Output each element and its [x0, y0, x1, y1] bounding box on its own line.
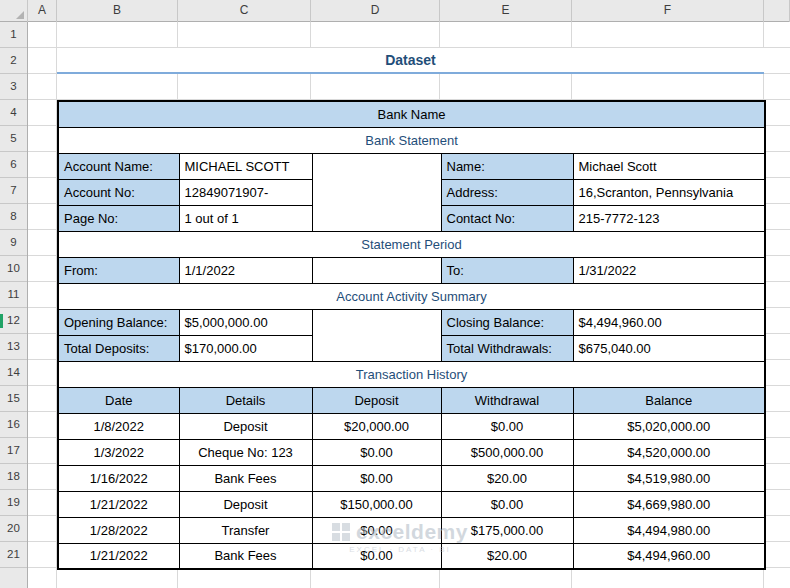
cell-total-deposits-label[interactable]: Total Deposits: [58, 335, 179, 361]
cell-to-label[interactable]: To: [441, 257, 573, 283]
cell-closing-balance-label[interactable]: Closing Balance: [441, 309, 573, 335]
cell-withdrawal[interactable]: $20.00 [441, 465, 573, 491]
section-account-activity-summary[interactable]: Account Activity Summary [58, 283, 765, 309]
cell-closing-balance-value[interactable]: $4,494,960.00 [573, 309, 765, 335]
cell-account-no-value[interactable]: 12849071907- [179, 179, 312, 205]
cell-to-value[interactable]: 1/31/2022 [573, 257, 765, 283]
cell-page-no-value[interactable]: 1 out of 1 [179, 205, 312, 231]
row-header-20[interactable]: 20 [0, 516, 27, 542]
cell-date[interactable]: 1/16/2022 [58, 465, 179, 491]
cell-from-value[interactable]: 1/1/2022 [179, 257, 312, 283]
cell-withdrawal[interactable]: $175,000.00 [441, 517, 573, 543]
cell-balance[interactable]: $4,494,960.00 [573, 543, 765, 569]
column-header-partial[interactable] [764, 0, 790, 22]
row-header-10[interactable]: 10 [0, 256, 27, 282]
cell-address-value[interactable]: 16,Scranton, Pennsylvania [573, 179, 765, 205]
cell-account-no-label[interactable]: Account No: [58, 179, 179, 205]
cell-details[interactable]: Deposit [179, 413, 312, 439]
cell-account-name-label[interactable]: Account Name: [58, 153, 179, 179]
cell-balance[interactable]: $5,020,000.00 [573, 413, 765, 439]
row-header-6[interactable]: 6 [0, 152, 27, 178]
column-header-c[interactable]: C [178, 0, 311, 22]
column-header-d[interactable]: D [311, 0, 440, 22]
row-header-2[interactable]: 2 [0, 48, 27, 74]
section-transaction-history[interactable]: Transaction History [58, 361, 765, 387]
cell-holder-name-value[interactable]: Michael Scott [573, 153, 765, 179]
column-header-b[interactable]: B [57, 0, 178, 22]
cell-deposit[interactable]: $0.00 [312, 517, 441, 543]
history-header-balance[interactable]: Balance [573, 387, 765, 413]
row-header-1[interactable]: 1 [0, 22, 27, 48]
row-header-18[interactable]: 18 [0, 464, 27, 490]
cell-deposit[interactable]: $0.00 [312, 543, 441, 569]
cell-empty-gap-3[interactable] [312, 309, 441, 361]
cell-withdrawal[interactable]: $20.00 [441, 543, 573, 569]
cell-details[interactable]: Bank Fees [179, 543, 312, 569]
row-header-13[interactable]: 13 [0, 334, 27, 360]
transaction-row: 1/21/2022 Bank Fees $0.00 $20.00 $4,494,… [58, 543, 765, 569]
cell-details[interactable]: Deposit [179, 491, 312, 517]
cell-contact-no-value[interactable]: 215-7772-123 [573, 205, 765, 231]
cell-withdrawal[interactable]: $0.00 [441, 413, 573, 439]
cell-bank-name[interactable]: Bank Name [58, 101, 765, 127]
cell-total-deposits-value[interactable]: $170,000.00 [179, 335, 312, 361]
row-header-17[interactable]: 17 [0, 438, 27, 464]
column-header-a[interactable]: A [28, 0, 57, 22]
row-header-9[interactable]: 9 [0, 230, 27, 256]
history-header-withdrawal[interactable]: Withdrawal [441, 387, 573, 413]
cell-balance[interactable]: $4,519,980.00 [573, 465, 765, 491]
column-header-e[interactable]: E [440, 0, 572, 22]
row-header-3[interactable]: 3 [0, 74, 27, 100]
cell-deposit[interactable]: $0.00 [312, 439, 441, 465]
history-header-deposit[interactable]: Deposit [312, 387, 441, 413]
cell-address-label[interactable]: Address: [441, 179, 573, 205]
row-header-16[interactable]: 16 [0, 412, 27, 438]
cell-details[interactable]: Bank Fees [179, 465, 312, 491]
row-header-19[interactable]: 19 [0, 490, 27, 516]
section-statement-period[interactable]: Statement Period [58, 231, 765, 257]
cell-opening-balance-label[interactable]: Opening Balance: [58, 309, 179, 335]
row-header-8[interactable]: 8 [0, 204, 27, 230]
cell-balance[interactable]: $4,494,980.00 [573, 517, 765, 543]
cell-details[interactable]: Cheque No: 123 [179, 439, 312, 465]
cell-balance[interactable]: $4,669,980.00 [573, 491, 765, 517]
cell-opening-balance-value[interactable]: $5,000,000.00 [179, 309, 312, 335]
cell-date[interactable]: 1/8/2022 [58, 413, 179, 439]
row-header-11[interactable]: 11 [0, 282, 27, 308]
cell-from-label[interactable]: From: [58, 257, 179, 283]
cell-deposit[interactable]: $150,000.00 [312, 491, 441, 517]
row-header-5[interactable]: 5 [0, 126, 27, 152]
history-header-details[interactable]: Details [179, 387, 312, 413]
cell-date[interactable]: 1/21/2022 [58, 491, 179, 517]
row-header-15[interactable]: 15 [0, 386, 27, 412]
cell-deposit[interactable]: $20,000.00 [312, 413, 441, 439]
cell-page-no-label[interactable]: Page No: [58, 205, 179, 231]
cell-contact-no-label[interactable]: Contact No: [441, 205, 573, 231]
cell-date[interactable]: 1/21/2022 [58, 543, 179, 569]
cell-withdrawal[interactable]: $0.00 [441, 491, 573, 517]
cell-date[interactable]: 1/3/2022 [58, 439, 179, 465]
cell-total-withdrawals-value[interactable]: $675,040.00 [573, 335, 765, 361]
section-bank-statement[interactable]: Bank Statement [58, 127, 765, 153]
row-header-14[interactable]: 14 [0, 360, 27, 386]
cell-deposit[interactable]: $0.00 [312, 465, 441, 491]
history-header-date[interactable]: Date [58, 387, 179, 413]
column-header-f[interactable]: F [572, 0, 764, 22]
row-header-7[interactable]: 7 [0, 178, 27, 204]
row-header-21[interactable]: 21 [0, 542, 27, 568]
cell-date[interactable]: 1/28/2022 [58, 517, 179, 543]
cell-holder-name-label[interactable]: Name: [441, 153, 573, 179]
transaction-row: 1/16/2022 Bank Fees $0.00 $20.00 $4,519,… [58, 465, 765, 491]
cell-total-withdrawals-label[interactable]: Total Withdrawals: [441, 335, 573, 361]
cell-empty-gap-2[interactable] [312, 257, 441, 283]
cell-account-name-value[interactable]: MICHAEL SCOTT [179, 153, 312, 179]
select-all-corner[interactable] [0, 0, 28, 22]
row-header-4[interactable]: 4 [0, 100, 27, 126]
bank-statement-table: Bank Name Bank Statement Account Name: M… [57, 100, 766, 570]
row-header-12[interactable]: 12 [0, 308, 27, 334]
cell-empty-gap-1[interactable] [312, 153, 441, 231]
cell-balance[interactable]: $4,520,000.00 [573, 439, 765, 465]
cell-details[interactable]: Transfer [179, 517, 312, 543]
cell-withdrawal[interactable]: $500,000.00 [441, 439, 573, 465]
page-title[interactable]: Dataset [57, 48, 764, 74]
